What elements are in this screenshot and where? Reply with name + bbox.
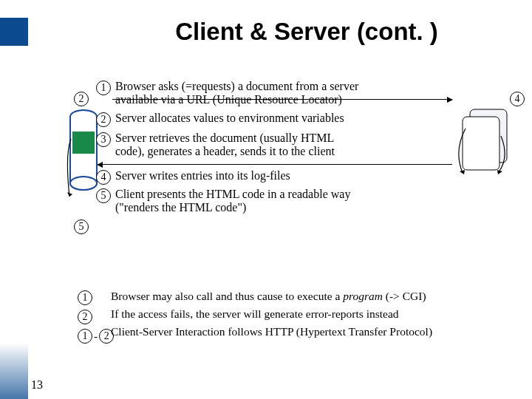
page-number: 13 bbox=[31, 378, 43, 392]
corner-accent bbox=[0, 18, 28, 46]
step-badge: 3 bbox=[96, 132, 111, 147]
step-4: 4 Server writes entries into its log-fil… bbox=[96, 169, 525, 185]
svg-rect-1 bbox=[72, 132, 95, 154]
footnote-badge: 1 bbox=[78, 290, 92, 305]
step-1: 1 Browser asks (=requests) a document fr… bbox=[96, 80, 525, 107]
footnote-row: Browser may also call and thus cause to … bbox=[111, 290, 525, 303]
step-list: 1 Browser asks (=requests) a document fr… bbox=[96, 80, 525, 217]
side-gradient bbox=[0, 343, 28, 399]
slide: Client & Server (cont. ) 2 5 4 1 Browser… bbox=[0, 18, 532, 399]
step-5: 5 Client presents the HTML code in a rea… bbox=[96, 188, 525, 215]
footnote-badge: 2 bbox=[78, 310, 92, 324]
step-text: Client presents the HTML code in a reada… bbox=[115, 188, 350, 200]
step-badge: 2 bbox=[96, 112, 111, 127]
step-badge: 4 bbox=[96, 170, 111, 185]
footnote-text: Client-Server Interaction follows HTTP (… bbox=[111, 325, 432, 338]
step-text: Server allocates values to environment v… bbox=[115, 112, 344, 124]
step-badge: 5 bbox=[96, 188, 111, 203]
footnote-row: If the access fails, the server will gen… bbox=[111, 307, 525, 321]
step-3: 3 Server retrieves the document (usually… bbox=[96, 132, 525, 159]
badge-client-2: 2 bbox=[74, 92, 89, 106]
step-text: available via a URL (Unique Resource Loc… bbox=[115, 93, 342, 106]
svg-point-2 bbox=[70, 177, 97, 190]
dash: - bbox=[94, 330, 98, 343]
step-badge: 1 bbox=[96, 81, 111, 95]
step-text: Server retrieves the document (usually H… bbox=[115, 132, 334, 144]
footnote-text: If the access fails, the server will gen… bbox=[111, 307, 399, 321]
footnotes: Browser may also call and thus cause to … bbox=[111, 290, 525, 343]
badge-client-5: 5 bbox=[74, 219, 89, 234]
step-text: Browser asks (=requests) a document from… bbox=[115, 80, 358, 92]
page-title: Client & Server (cont. ) bbox=[81, 18, 532, 46]
footnote-badge: 1 bbox=[78, 329, 92, 344]
step-text: code), generates a header, sends it to t… bbox=[115, 145, 335, 157]
footnote-text: Browser may also call and thus cause to … bbox=[111, 290, 343, 302]
step-text: ("renders the HTML code") bbox=[115, 201, 246, 214]
footnote-text: (-> CGI) bbox=[383, 290, 426, 302]
step-2: 2 Server allocates values to environment… bbox=[96, 112, 525, 127]
footnote-italic: program bbox=[343, 290, 383, 302]
footnote-markers: 1 2 1 - 2 bbox=[78, 290, 114, 344]
step-text: Server writes entries into its log-files bbox=[115, 169, 290, 182]
footnote-row: Client-Server Interaction follows HTTP (… bbox=[111, 325, 525, 338]
